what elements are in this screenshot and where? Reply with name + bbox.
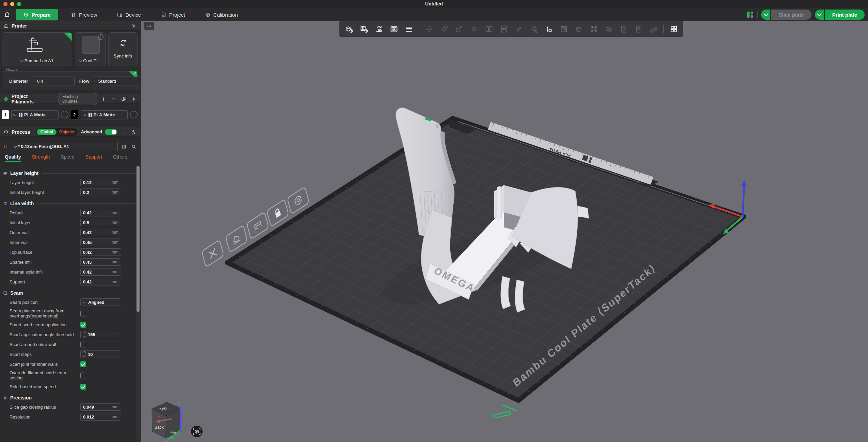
text-button[interactable] [541, 22, 556, 36]
tab-prepare[interactable]: Prepare [16, 9, 58, 20]
parameter-list-button[interactable] [120, 128, 127, 136]
checkbox[interactable] [80, 311, 86, 316]
home-button[interactable] [1, 9, 13, 20]
value-input[interactable]: 0.42mm [80, 229, 121, 236]
viewport-3d[interactable]: Bambu Cool Plate ⟨SuperTack⟩ PLA PETG [141, 21, 868, 442]
filament-options-button[interactable]: ··· [61, 111, 68, 118]
view-cube[interactable]: Top Back Left x z y [152, 401, 183, 442]
plate-card[interactable]: i Cool Pl... [75, 32, 106, 66]
value-input[interactable]: 0.12mm [80, 179, 121, 186]
split-vertical-button[interactable] [496, 22, 511, 36]
arrange-plate-button[interactable] [247, 212, 269, 239]
add-plate-button[interactable] [356, 22, 371, 36]
app-grid-icon[interactable] [746, 11, 754, 18]
sync-info-card[interactable]: Sync info [108, 32, 138, 66]
printer-settings-button[interactable] [130, 22, 138, 30]
value-spinner[interactable]: 155° [80, 331, 121, 338]
value-spinner[interactable]: 10 [80, 350, 121, 358]
checkbox[interactable] [80, 322, 86, 328]
assembly-view-button[interactable] [666, 22, 681, 36]
process-tab-strength[interactable]: Strength [32, 154, 50, 162]
process-tab-support[interactable]: Support [85, 154, 102, 162]
process-tab-others[interactable]: Others [113, 154, 127, 162]
value-input[interactable]: 0.012mm [80, 413, 121, 421]
value-input[interactable]: 0.45mm [80, 258, 121, 266]
zoom-window-button[interactable] [17, 2, 21, 6]
save-preset-button[interactable] [120, 143, 128, 150]
modifier-button[interactable] [556, 22, 571, 36]
advanced-toggle[interactable] [105, 129, 117, 135]
process-param-button[interactable] [631, 22, 646, 36]
mesh-boolean-button[interactable] [571, 22, 586, 36]
checkbox[interactable] [80, 361, 86, 367]
scope-objects-button[interactable]: Objects [57, 129, 77, 135]
process-preset-select[interactable]: * 0.12mm Fine @BBL A1 [12, 142, 118, 151]
flushing-volumes-button[interactable]: Flushing volumes [59, 93, 97, 105]
move-button[interactable] [421, 22, 436, 36]
reset-preset-button[interactable] [2, 143, 10, 150]
filament-select-2[interactable]: PLA Matte [81, 110, 128, 119]
filament-select-1[interactable]: PLA Matte [11, 110, 59, 119]
process-tab-quality[interactable]: Quality [5, 154, 21, 162]
cut-button[interactable] [511, 22, 526, 36]
arrange-button[interactable] [386, 22, 401, 36]
sidebar-scrollbar-thumb[interactable] [136, 166, 140, 312]
lock-plate-button[interactable] [267, 199, 289, 227]
scale-button[interactable] [451, 22, 466, 36]
value-input[interactable]: 0.5mm [80, 219, 121, 226]
minimize-window-button[interactable] [10, 2, 14, 6]
tab-project[interactable]: Project [153, 9, 193, 20]
remove-filament-button[interactable]: − [110, 95, 117, 103]
filament-settings-button[interactable] [130, 95, 138, 103]
value-input[interactable]: 0.42mm [80, 248, 121, 256]
tab-calibration[interactable]: Calibration [197, 9, 245, 20]
sidebar-collapse-button[interactable]: ‹|› [144, 22, 154, 30]
value-select[interactable]: Aligned [80, 298, 121, 306]
checkbox[interactable] [80, 373, 86, 378]
spinner-arrows-icon[interactable] [83, 351, 85, 357]
tab-preview[interactable]: Preview [63, 9, 105, 20]
seam-paint-button[interactable] [601, 22, 616, 36]
color-paint-button[interactable] [526, 22, 541, 36]
value-input[interactable]: 0.45mm [80, 239, 121, 246]
checkbox[interactable] [80, 342, 86, 347]
auto-orient-button[interactable] [371, 22, 386, 36]
auto-orient-plate-button[interactable] [226, 225, 248, 252]
tab-device[interactable]: Device [109, 9, 148, 20]
nozzle-diameter-select[interactable]: 0.4 [31, 77, 75, 85]
lay-on-face-button[interactable] [466, 22, 481, 36]
search-settings-button[interactable] [130, 143, 138, 150]
add-filament-button[interactable]: + [100, 95, 108, 103]
value-input[interactable]: 0.2mm [80, 189, 121, 196]
checkbox[interactable] [80, 384, 86, 390]
info-icon[interactable]: i [98, 34, 103, 40]
support-paint-button[interactable] [586, 22, 601, 36]
value-input[interactable]: 0.049mm [80, 403, 121, 411]
plate-select[interactable]: Cool Pl... [75, 58, 105, 63]
nozzle-flow-select[interactable]: Standard [92, 77, 140, 85]
value-input[interactable]: 0.42mm [80, 268, 121, 276]
variable-layer-height-button[interactable] [616, 22, 631, 36]
process-tab-speed[interactable]: Speed [61, 154, 74, 162]
print-plate-menu-button[interactable] [815, 10, 824, 20]
parameter-tune-button[interactable] [130, 128, 138, 136]
add-object-button[interactable] [341, 22, 356, 36]
delete-plate-button[interactable] [202, 240, 224, 267]
viewport-settings-button[interactable] [191, 426, 203, 437]
rotate-button[interactable] [436, 22, 451, 36]
filament-swap-button[interactable] [120, 95, 128, 103]
slice-plate-button[interactable]: Slice plate [771, 10, 811, 20]
split-to-objects-button[interactable] [401, 22, 416, 36]
printer-select[interactable]: Bambu Lab A1 [2, 58, 72, 63]
close-window-button[interactable] [3, 2, 7, 6]
printer-card[interactable]: Bambu Lab A1 [2, 32, 72, 66]
slice-plate-menu-button[interactable] [761, 10, 770, 20]
filament-options-button[interactable]: ··· [130, 111, 138, 118]
value-input[interactable]: 0.42mm [80, 209, 121, 216]
split-horizontal-button[interactable] [481, 22, 496, 36]
scope-global-button[interactable]: Global [37, 129, 56, 135]
value-input[interactable]: 0.42mm [80, 278, 121, 285]
measure-button[interactable] [646, 22, 661, 36]
spinner-arrows-icon[interactable] [83, 332, 85, 337]
print-plate-button[interactable]: Print plate [825, 10, 865, 20]
